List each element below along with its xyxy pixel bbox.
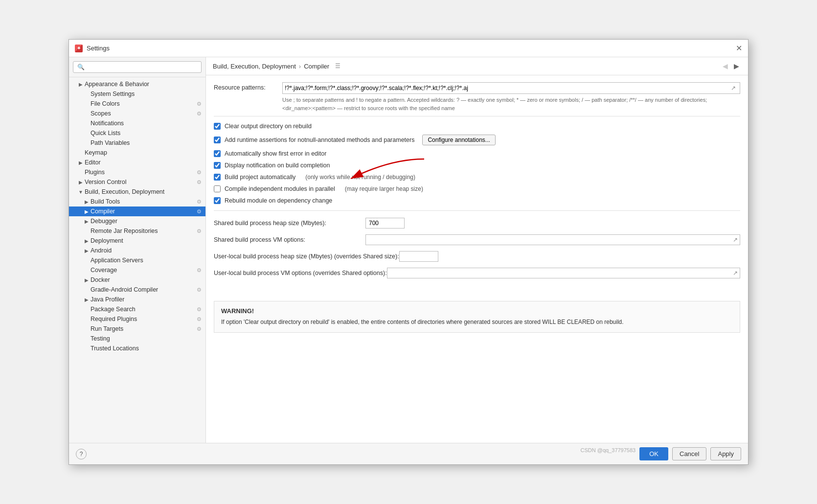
- warning-section: WARNING! If option 'Clear output directo…: [214, 301, 740, 333]
- sidebar-item-label: Deployment: [91, 237, 202, 244]
- checkbox-display-notification: Display notification on build completion: [214, 160, 740, 171]
- user-heap-input[interactable]: [399, 251, 438, 262]
- expand-icon: ▶: [77, 180, 85, 185]
- compile-parallel-checkbox[interactable]: [214, 185, 221, 192]
- sidebar-item-label: Android: [91, 247, 202, 254]
- sidebar-item-debugger[interactable]: ▶ Debugger: [69, 216, 205, 226]
- sidebar-item-required-plugins[interactable]: Required Plugins ⚙: [69, 314, 205, 324]
- title-bar: ✦ Settings ✕: [69, 40, 748, 57]
- right-panel: Build, Execution, Deployment › Compiler …: [206, 57, 748, 443]
- sidebar-item-build-tools[interactable]: ▶ Build Tools ⚙: [69, 197, 205, 206]
- ok-button[interactable]: OK: [639, 447, 668, 460]
- sidebar-item-label: Coverage: [91, 267, 195, 274]
- sidebar-item-path-variables[interactable]: Path Variables: [69, 138, 205, 148]
- display-notification-label[interactable]: Display notification on build completion: [225, 162, 330, 169]
- heap-size-input[interactable]: [365, 218, 405, 229]
- user-vm-label: User-local build process VM options (ove…: [214, 270, 387, 276]
- sidebar-item-label: Testing: [91, 335, 202, 342]
- sidebar-item-application-servers[interactable]: Application Servers: [69, 255, 205, 265]
- sidebar-item-coverage[interactable]: Coverage ⚙: [69, 265, 205, 275]
- cancel-button[interactable]: Cancel: [672, 447, 706, 460]
- sidebar-item-docker[interactable]: ▶ Docker: [69, 275, 205, 285]
- expand-icon: ▶: [83, 277, 91, 283]
- breadcrumb-current: Compiler: [304, 63, 329, 70]
- runtime-assertions-label[interactable]: Add runtime assertions for notnull-annot…: [225, 137, 414, 143]
- user-vm-input[interactable]: [387, 268, 731, 278]
- section-divider: [214, 116, 740, 116]
- sidebar-item-run-targets[interactable]: Run Targets ⚙: [69, 324, 205, 334]
- warning-text: If option 'Clear output directory on reb…: [221, 318, 733, 326]
- sidebar-item-compiler[interactable]: ▶ Compiler ⚙: [69, 206, 205, 216]
- shared-vm-input[interactable]: [366, 235, 731, 245]
- runtime-assertions-checkbox[interactable]: [214, 137, 221, 143]
- clear-output-label[interactable]: Clear output directory on rebuild: [225, 123, 312, 130]
- sidebar-item-label: Trusted Locations: [91, 345, 202, 352]
- nav-back-button[interactable]: ◀: [721, 61, 730, 71]
- display-notification-checkbox[interactable]: [214, 162, 221, 169]
- expand-resource-button[interactable]: ↗: [729, 84, 738, 92]
- sidebar-item-editor[interactable]: ▶ Editor: [69, 158, 205, 167]
- sidebar-item-label: Editor: [85, 159, 202, 166]
- checkbox-clear-output: Clear output directory on rebuild: [214, 120, 740, 132]
- search-input[interactable]: [73, 61, 202, 73]
- show-first-error-checkbox[interactable]: [214, 150, 221, 157]
- sidebar-item-scopes[interactable]: Scopes ⚙: [69, 109, 205, 118]
- sidebar-item-android[interactable]: ▶ Android: [69, 246, 205, 255]
- expand-icon: ▶: [83, 297, 91, 302]
- sidebar-item-label: Version Control: [85, 179, 195, 185]
- sidebar-item-label: File Colors: [91, 100, 195, 107]
- gear-icon: ⚙: [197, 101, 202, 107]
- title-bar-left: ✦ Settings: [75, 45, 110, 52]
- sidebar-item-file-colors[interactable]: File Colors ⚙: [69, 99, 205, 109]
- sidebar-item-label: Run Targets: [91, 325, 195, 332]
- expand-user-vm-button[interactable]: ↗: [731, 269, 740, 277]
- user-heap-row: User-local build process heap size (Mbyt…: [214, 248, 740, 265]
- gear-icon: ⚙: [197, 228, 202, 234]
- sidebar-item-keymap[interactable]: Keymap: [69, 148, 205, 158]
- rebuild-dep-checkbox[interactable]: [214, 197, 221, 204]
- sidebar-item-label: Build Tools: [91, 198, 195, 205]
- resource-patterns-input[interactable]: [285, 85, 729, 92]
- sidebar-item-deployment[interactable]: ▶ Deployment: [69, 236, 205, 246]
- sidebar-item-label: Docker: [91, 276, 202, 283]
- sidebar-item-gradle-android[interactable]: Gradle-Android Compiler ⚙: [69, 285, 205, 295]
- sidebar-item-version-control[interactable]: ▶ Version Control ⚙: [69, 177, 205, 187]
- sidebar-item-appearance[interactable]: ▶ Appearance & Behavior: [69, 79, 205, 89]
- nav-forward-button[interactable]: ▶: [732, 61, 741, 71]
- sidebar-item-testing[interactable]: Testing: [69, 334, 205, 344]
- rebuild-dep-label[interactable]: Rebuild module on dependency change: [225, 197, 332, 204]
- app-icon: ✦: [75, 45, 83, 52]
- build-auto-row-wrapper: Build project automatically (only works …: [214, 171, 740, 183]
- settings-icon: ☰: [335, 63, 340, 69]
- close-button[interactable]: ✕: [736, 45, 742, 52]
- gear-icon: ⚙: [197, 267, 202, 274]
- expand-shared-vm-button[interactable]: ↗: [731, 235, 740, 244]
- breadcrumb-parent: Build, Execution, Deployment: [213, 63, 296, 70]
- sidebar-item-quick-lists[interactable]: Quick Lists: [69, 128, 205, 138]
- sidebar-item-label: Notifications: [91, 120, 202, 127]
- build-auto-checkbox[interactable]: [214, 174, 221, 181]
- sidebar-item-label: Path Variables: [91, 139, 202, 146]
- sidebar-item-system-settings[interactable]: System Settings: [69, 89, 205, 99]
- shared-vm-options-row: Shared build process VM options: ↗: [214, 231, 740, 248]
- compile-parallel-label[interactable]: Compile independent modules in parallel: [225, 185, 335, 192]
- sidebar-item-notifications[interactable]: Notifications: [69, 118, 205, 128]
- settings-dialog: ✦ Settings ✕ ▶ Appearance & Behavior Sys…: [68, 39, 749, 465]
- clear-output-checkbox[interactable]: [214, 123, 221, 130]
- sidebar-item-remote-jar[interactable]: Remote Jar Repositories ⚙: [69, 226, 205, 236]
- user-vm-options-row: User-local build process VM options (ove…: [214, 265, 740, 281]
- help-button[interactable]: ?: [76, 449, 87, 459]
- sidebar-item-label: System Settings: [91, 91, 202, 97]
- sidebar-item-label: Compiler: [91, 208, 195, 215]
- sidebar-item-trusted-locations[interactable]: Trusted Locations: [69, 344, 205, 353]
- show-first-error-label[interactable]: Automatically show first error in editor: [225, 150, 326, 157]
- build-auto-label[interactable]: Build project automatically: [225, 174, 295, 181]
- breadcrumb-separator: ›: [299, 63, 301, 70]
- sidebar-item-java-profiler[interactable]: ▶ Java Profiler: [69, 295, 205, 304]
- apply-button[interactable]: Apply: [710, 447, 741, 460]
- warning-title: WARNING!: [221, 307, 733, 315]
- sidebar-item-plugins[interactable]: Plugins ⚙: [69, 167, 205, 177]
- sidebar-item-build-exec-deploy[interactable]: ▼ Build, Execution, Deployment: [69, 187, 205, 197]
- configure-annotations-button[interactable]: Configure annotations...: [422, 135, 495, 145]
- sidebar-item-package-search[interactable]: Package Search ⚙: [69, 304, 205, 314]
